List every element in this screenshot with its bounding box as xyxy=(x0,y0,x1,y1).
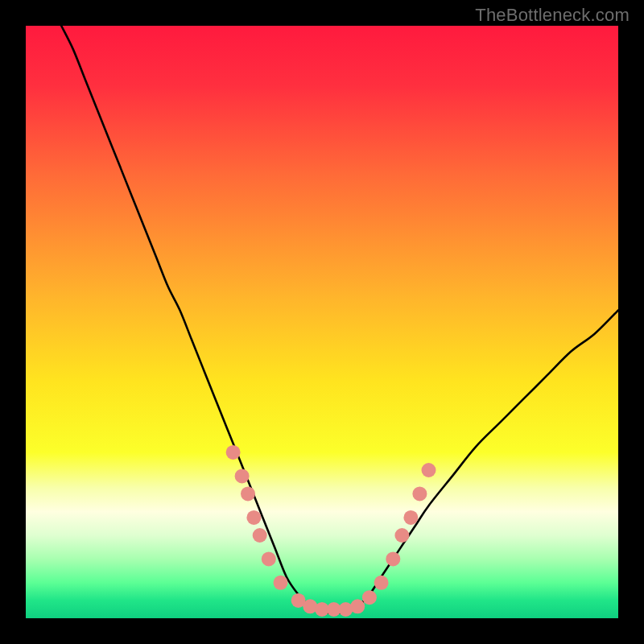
chart-svg xyxy=(26,26,618,618)
marker-dot xyxy=(422,463,436,477)
plot-area xyxy=(26,26,618,618)
gradient-background xyxy=(26,26,618,618)
marker-dot xyxy=(262,551,276,566)
marker-dot xyxy=(226,445,241,460)
marker-dot xyxy=(241,486,255,501)
marker-dot xyxy=(350,599,365,613)
marker-dot xyxy=(246,510,261,525)
marker-dot xyxy=(235,469,250,483)
watermark-text: TheBottleneck.com xyxy=(475,5,630,26)
marker-dot xyxy=(362,590,377,605)
marker-dot xyxy=(394,528,409,543)
marker-dot xyxy=(386,551,400,566)
chart-frame: TheBottleneck.com xyxy=(0,0,644,644)
marker-dot xyxy=(274,576,288,590)
marker-dot xyxy=(403,510,418,525)
marker-dot xyxy=(253,528,267,543)
marker-dot xyxy=(412,486,427,501)
marker-dot xyxy=(374,576,389,590)
